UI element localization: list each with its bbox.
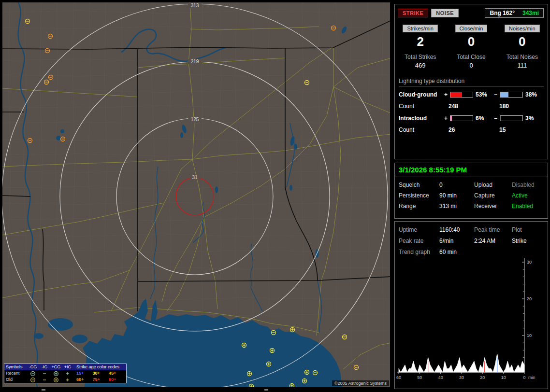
ring-label-125: 125 <box>191 117 199 122</box>
minus-sign: − <box>493 91 498 98</box>
datetime-display: 3/1/2026 8:55:19 PM <box>395 163 548 177</box>
cg-plus-bar <box>450 92 473 98</box>
ic-minus-fill <box>500 116 501 121</box>
svg-text:60: 60 <box>396 375 401 380</box>
age-15: 15+ <box>76 370 91 377</box>
noises-per-min-value: 0 <box>497 34 548 49</box>
total-noises-label: Total Noises <box>497 54 548 60</box>
receiver-settings: Squelch 0 Upload Disabled Persistence 90… <box>395 177 548 210</box>
copyright-label: ©2005 Astrogenic Systems <box>332 380 389 386</box>
stats-panel: STRIKE NOISE Bng 162° 343mi Strikes/min … <box>394 4 548 159</box>
trend-graph-row: Trend graph 60 min <box>395 244 548 255</box>
pos-ic-recent-icon <box>62 371 73 377</box>
upload-value: Disabled <box>512 182 546 188</box>
legend-header: Symbols -CG -IC +CG +IC Strike age color… <box>4 364 126 370</box>
minus-sign: − <box>493 115 498 122</box>
noises-per-min-button[interactable]: Noises/min <box>505 25 539 32</box>
upload-label: Upload <box>474 182 512 188</box>
count-label: Count <box>399 103 449 110</box>
ic-plus-count: 26 <box>449 126 499 133</box>
range-label: Range <box>399 203 439 210</box>
intracloud-count-row: Count 26 15 <box>399 124 544 136</box>
ic-plus-fill <box>450 116 452 121</box>
svg-text:50: 50 <box>417 375 422 380</box>
legend-col-neg-ic: -IC <box>39 364 50 370</box>
ic-plus-bar <box>450 115 473 121</box>
capture-value: Active <box>512 192 546 199</box>
ic-minus-count: 15 <box>499 126 506 133</box>
receiver-value: Enabled <box>512 203 546 210</box>
total-close-label: Total Close <box>446 54 496 60</box>
old-age-codes: 60+ 75+ 90+ <box>73 377 126 383</box>
close-rate-column: Close/min 0 Total Close 0 <box>446 25 496 69</box>
plot-label: Plot <box>512 226 546 233</box>
cg-plus-fill <box>450 92 462 97</box>
total-strikes-label: Total Strikes <box>395 54 446 60</box>
age-45: 45+ <box>109 370 124 377</box>
trend-graph-label: Trend graph <box>399 249 439 255</box>
svg-text:20: 20 <box>527 296 532 301</box>
rate-counters: Strikes/min 2 Total Strikes 469 Close/mi… <box>395 25 548 69</box>
bearing-label: Bng 162° <box>490 10 514 16</box>
bottom-tick <box>264 389 268 391</box>
bearing-range: 343mi <box>522 10 539 16</box>
svg-text:0: 0 <box>523 375 525 380</box>
capture-label: Capture <box>474 192 512 199</box>
ic-minus-pct: 3% <box>524 115 543 122</box>
plot-value: Strike <box>512 238 546 244</box>
ring-label-31: 31 <box>192 175 198 180</box>
legend-age-codes-label: Strike age color codes <box>73 364 126 370</box>
bottom-tick <box>42 389 45 391</box>
receiver-label: Receiver <box>474 203 512 210</box>
total-strikes-value: 469 <box>395 62 446 69</box>
squelch-value: 0 <box>439 182 474 188</box>
cg-minus-bar <box>500 92 523 98</box>
legend-row-old: Old 60+ 75+ 90+ <box>4 377 126 383</box>
legend-col-neg-cg: -CG <box>27 364 39 370</box>
peak-rate-label: Peak rate <box>399 238 439 244</box>
cg-minus-count: 180 <box>499 103 509 110</box>
persistence-value: 90 min <box>439 192 474 199</box>
close-per-min-button[interactable]: Close/min <box>455 25 488 32</box>
age-30: 30+ <box>93 370 108 377</box>
strikes-per-min-value: 2 <box>395 34 446 49</box>
strike-button[interactable]: STRIKE <box>398 9 428 17</box>
intracloud-row: Intracloud + 6% − 3% <box>399 112 544 124</box>
cg-minus-fill <box>500 92 508 97</box>
legend-old-label: Old <box>4 377 27 383</box>
noise-button[interactable]: NOISE <box>431 9 459 17</box>
plus-sign: + <box>443 91 449 98</box>
total-close-value: 0 <box>446 62 496 69</box>
squelch-label: Squelch <box>399 182 439 188</box>
map-legend: Symbols -CG -IC +CG +IC Strike age color… <box>4 364 127 383</box>
legend-col-pos-ic: +IC <box>62 364 73 370</box>
peak-time-label: Peak time <box>474 226 512 233</box>
cloud-ground-label: Cloud-ground <box>399 91 443 98</box>
distribution-title: Lightning type distribution <box>399 78 544 86</box>
count-label: Count <box>399 126 449 133</box>
ring-label-313: 313 <box>191 3 199 8</box>
svg-text:30: 30 <box>527 260 532 265</box>
pos-cg-recent-icon <box>50 371 62 377</box>
uptime-value: 1160:40 <box>439 226 474 233</box>
neg-ic-recent-icon <box>39 371 50 377</box>
recent-age-codes: 15+ 30+ 45+ <box>73 370 126 377</box>
age-60: 60+ <box>76 377 91 383</box>
ring-label-219: 219 <box>191 59 199 64</box>
svg-text:30: 30 <box>459 375 464 380</box>
strikes-per-min-button[interactable]: Strikes/min <box>403 25 437 32</box>
svg-text:40: 40 <box>438 375 443 380</box>
cg-minus-pct: 38% <box>524 91 543 98</box>
cg-plus-pct: 53% <box>475 91 493 98</box>
map-canvas[interactable]: 313 219 125 31 <box>2 2 390 387</box>
persistence-label: Persistence <box>399 192 439 199</box>
ic-minus-bar <box>500 115 523 121</box>
ic-plus-pct: 6% <box>475 115 493 122</box>
pos-ic-old-icon <box>62 377 73 383</box>
lightning-distribution: Lightning type distribution Cloud-ground… <box>399 78 544 136</box>
legend-col-pos-cg: +CG <box>50 364 62 370</box>
peak-time-value: 2:24 AM <box>474 238 512 244</box>
range-value: 313 mi <box>439 203 474 210</box>
total-noises-value: 111 <box>497 62 548 69</box>
lightning-map[interactable]: 313 219 125 31 Symbols -CG -IC +CG +IC S… <box>2 2 390 387</box>
